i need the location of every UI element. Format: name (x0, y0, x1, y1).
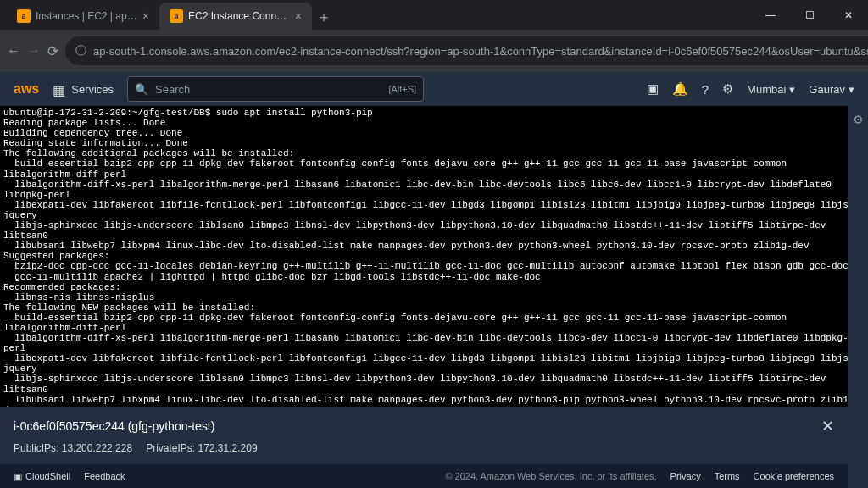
cloudshell-icon[interactable]: ▣ (647, 81, 659, 97)
chevron-down-icon: ▾ (849, 83, 854, 96)
aws-footer: ▣ CloudShell Feedback © 2024, Amazon Web… (0, 464, 848, 488)
terminal[interactable]: ubuntu@ip-172-31-2-209:~/gfg-test/DB$ su… (0, 106, 868, 411)
aws-logo[interactable]: aws (14, 81, 39, 97)
settings-icon[interactable]: ⚙ (722, 81, 733, 97)
region-selector[interactable]: Mumbai ▾ (747, 83, 795, 96)
search-icon: 🔍 (135, 83, 148, 96)
feedback-link[interactable]: Feedback (84, 471, 125, 482)
private-ip-value: 172.31.2.209 (198, 442, 258, 454)
back-button[interactable]: ← (7, 39, 20, 63)
terminal-prompt: ubuntu@ip-172-31-2-209:~/gfg-test/DB$ (3, 108, 210, 118)
keyboard-shortcut: [Alt+S] (388, 84, 416, 94)
tab-ec2-instances[interactable]: a Instances | EC2 | ap-south-1 × (7, 3, 159, 30)
copyright-text: © 2024, Amazon Web Services, Inc. or its… (445, 471, 656, 481)
public-ip-value: 13.200.222.228 (62, 442, 132, 454)
tab-bar: a Instances | EC2 | ap-south-1 × a EC2 I… (0, 0, 868, 30)
search-placeholder: Search (155, 83, 381, 96)
url-text: ap-south-1.console.aws.amazon.com/ec2-in… (93, 45, 868, 58)
maximize-button[interactable]: ☐ (790, 0, 829, 30)
grid-icon (53, 82, 66, 96)
forward-button[interactable]: → (27, 39, 41, 63)
search-bar[interactable]: 🔍 Search [Alt+S] (127, 76, 424, 102)
user-name: Gaurav (809, 83, 845, 96)
user-selector[interactable]: Gaurav ▾ (809, 83, 854, 96)
public-ip-label: PublicIPs: (14, 442, 58, 454)
instance-panel: i-0c6ef0f50575ec244 (gfg-python-test) ✕ … (0, 407, 848, 464)
aws-header: aws Services 🔍 Search [Alt+S] ▣ 🔔 ? ⚙ Mu… (0, 72, 868, 106)
tab-title: EC2 Instance Connect | ap-sout (188, 10, 290, 22)
notifications-icon[interactable]: 🔔 (672, 81, 688, 97)
cloudshell-icon: ▣ (14, 471, 22, 482)
cookies-link[interactable]: Cookie preferences (754, 471, 834, 481)
url-bar[interactable]: ⓘ ap-south-1.console.aws.amazon.com/ec2-… (65, 36, 868, 65)
terms-link[interactable]: Terms (715, 471, 740, 481)
right-sidebar: ⚙ (848, 106, 868, 488)
gear-icon[interactable]: ⚙ (853, 113, 864, 126)
privacy-link[interactable]: Privacy (670, 471, 701, 481)
aws-favicon-icon: a (17, 9, 31, 23)
aws-favicon-icon: a (170, 9, 183, 23)
region-name: Mumbai (747, 83, 786, 96)
cloudshell-link[interactable]: ▣ CloudShell (14, 471, 70, 482)
help-icon[interactable]: ? (702, 82, 709, 97)
minimize-button[interactable]: — (751, 0, 790, 30)
terminal-output: Reading package lists... Done Building d… (3, 118, 860, 411)
close-icon[interactable]: ✕ (821, 417, 834, 435)
private-ip-label: PrivateIPs: (146, 442, 195, 454)
new-tab-button[interactable]: + (312, 6, 336, 30)
chevron-down-icon: ▾ (789, 83, 795, 96)
tab-title: Instances | EC2 | ap-south-1 (36, 10, 137, 22)
services-label: Services (71, 83, 114, 96)
close-icon[interactable]: × (142, 9, 149, 23)
terminal-command: sudo apt install python3-pip (216, 108, 373, 118)
close-icon[interactable]: × (295, 9, 302, 23)
services-button[interactable]: Services (53, 82, 114, 96)
instance-title: i-0c6ef0f50575ec244 (gfg-python-test) (14, 419, 214, 433)
close-button[interactable]: ✕ (829, 0, 868, 30)
site-info-icon[interactable]: ⓘ (75, 43, 86, 58)
tab-ec2-connect[interactable]: a EC2 Instance Connect | ap-sout × (159, 3, 312, 30)
reload-button[interactable]: ⟳ (47, 39, 58, 63)
